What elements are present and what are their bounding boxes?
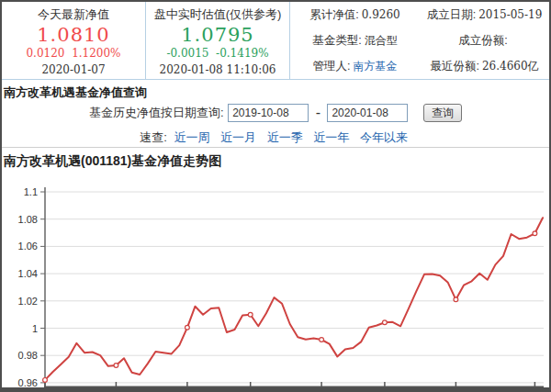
establish-shares: 成立份额: [420,33,549,49]
quick-link-1quarter[interactable]: 近一季 [267,130,303,144]
svg-text:1.1: 1.1 [24,186,38,197]
query-button[interactable]: 查询 [423,104,462,122]
svg-text:0.96: 0.96 [18,377,38,388]
quick-links-label: 速查: [140,130,167,144]
estimate-value: 1.0795 [146,24,289,46]
estimate-label: 盘中实时估值(仅供参考) [146,6,289,23]
fund-info-table: 今天最新净值 1.0810 0.0120 1.1200% 2020-01-07 … [2,2,549,80]
nav-trend-svg: 1.11.081.061.041.0210.980.96 [2,175,549,388]
estimate-date: 2020-01-08 11:10:06 [146,63,289,76]
latest-nav-change: 0.0120 1.1200% [2,47,145,60]
svg-text:1.04: 1.04 [18,268,38,279]
fund-type: 基金类型:混合型 [290,33,420,49]
fund-manager: 管理人:南方基金 [290,59,420,74]
latest-nav-value: 1.0810 [2,24,145,46]
query-section-title: 南方改革机遇基金净值查询 [2,80,549,101]
establish-date: 成立日期:2015-05-19 [420,7,549,23]
latest-nav-date: 2020-01-07 [2,63,145,76]
fund-detail-grid: 累计净值:0.9260 成立日期:2015-05-19 基金类型:混合型 成立份… [290,2,549,79]
svg-text:1.06: 1.06 [18,241,38,252]
quick-link-1month[interactable]: 近一月 [220,130,256,144]
quick-link-ytd[interactable]: 今年以来 [360,130,408,144]
date-range-dash: - [316,105,320,120]
date-query-row: 基金历史净值按日期查询: - 查询 [2,104,549,124]
start-date-input[interactable] [228,104,309,122]
chart-title: 南方改革机遇(001181)基金净值走势图 [2,148,549,175]
date-query-label: 基金历史净值按日期查询: [89,106,224,119]
quick-link-1week[interactable]: 近一周 [174,130,209,144]
realtime-estimate-cell: 盘中实时估值(仅供参考) 1.0795 -0.0015 -0.1419% 202… [146,2,290,79]
cumulative-nav: 累计净值:0.9260 [290,7,420,23]
estimate-change: -0.0015 -0.1419% [146,47,289,60]
fund-detail-page: 今天最新净值 1.0810 0.0120 1.1200% 2020-01-07 … [0,0,551,392]
recent-shares: 最近份额:26.4660亿 [420,59,549,74]
manager-link[interactable]: 南方基金 [353,60,397,73]
latest-nav-label: 今天最新净值 [2,6,145,23]
end-date-input[interactable] [327,104,408,122]
nav-query-section: 南方改革机遇基金净值查询 基金历史净值按日期查询: - 查询 速查: 近一周 近… [2,80,549,147]
svg-text:0.98: 0.98 [18,350,38,361]
quick-links-row: 速查: 近一周 近一月 近一季 近一年 今年以来 [2,129,549,146]
svg-text:1.08: 1.08 [18,214,38,225]
svg-text:1.02: 1.02 [18,296,38,307]
nav-trend-chart: 1.11.081.061.041.0210.980.96 [2,175,549,388]
quick-link-1year[interactable]: 近一年 [313,130,349,144]
svg-text:1: 1 [32,323,38,334]
latest-nav-cell: 今天最新净值 1.0810 0.0120 1.1200% 2020-01-07 [2,2,146,79]
